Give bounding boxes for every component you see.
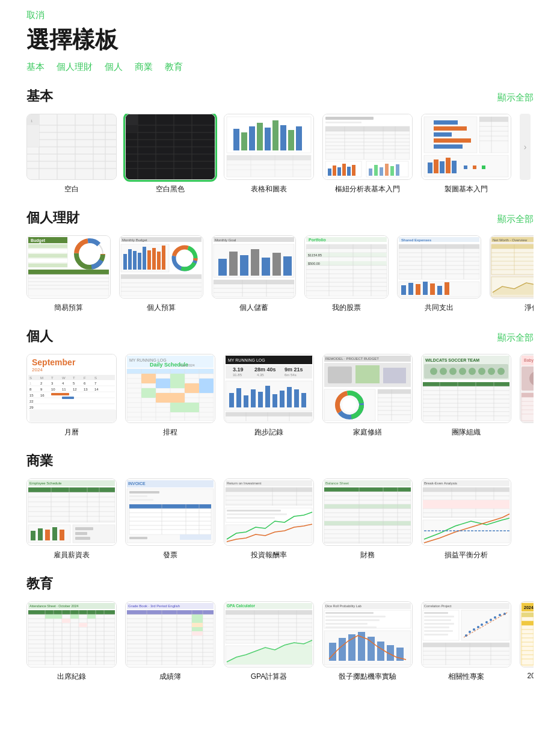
template-home-improvement[interactable]: REMODEL · PROJECT BUDGET — [322, 354, 413, 438]
basic-show-all-button[interactable]: 顯示全部 — [497, 92, 534, 104]
template-correlation[interactable]: Correlation Project — [421, 601, 511, 682]
svg-rect-387 — [522, 393, 534, 397]
template-simple-budget[interactable]: Budget — [26, 235, 111, 313]
svg-point-337 — [342, 398, 357, 412]
svg-rect-35 — [241, 132, 247, 150]
personal-finance-section: 個人理財 顯示全部 Budget — [0, 209, 560, 313]
cancel-button[interactable]: 取消 — [26, 10, 45, 21]
svg-rect-455 — [227, 510, 281, 512]
svg-point-355 — [469, 368, 476, 375]
svg-rect-442 — [129, 537, 147, 539]
svg-rect-602 — [424, 626, 449, 628]
svg-rect-338 — [378, 389, 411, 421]
template-chart-basics[interactable]: 製圖基本入門 — [421, 114, 511, 194]
nav-education[interactable]: 教育 — [165, 61, 183, 73]
template-gpa[interactable]: GPA Calculator — [224, 601, 314, 682]
personal-finance-show-all-button[interactable]: 顯示全部 — [497, 214, 534, 225]
template-label-grade-book: 成績簿 — [159, 672, 181, 682]
template-personal-savings[interactable]: Monthly Goal — [212, 235, 296, 313]
template-label-blank-black: 空白黑色 — [156, 184, 185, 194]
category-nav: 基本 個人理財 個人 商業 教育 — [26, 61, 534, 73]
svg-rect-313 — [258, 392, 263, 407]
template-team-org[interactable]: WILDCATS SOCCER TEAM — [421, 354, 511, 438]
template-shared-expenses[interactable]: Shared Expenses — [397, 235, 481, 313]
template-label-simple-budget: 簡易預算 — [54, 303, 83, 313]
template-school-year[interactable]: 2024-2025 School Year — [520, 601, 534, 682]
template-net-worth[interactable]: Net Worth - Overview — [490, 235, 534, 313]
template-running-log[interactable]: MY RUNNING LOG 3.19 28m 40s 9m 21s 31.85… — [224, 354, 314, 438]
svg-rect-210 — [430, 283, 435, 295]
svg-rect-208 — [416, 284, 420, 295]
template-pivot[interactable]: 樞紐分析表基本入門 — [322, 114, 413, 194]
template-break-even[interactable]: Break-Even Analysis — [421, 478, 511, 560]
template-thumb-employee-payroll: Employee Schedule — [26, 478, 117, 546]
template-thumb-finance: Balance Sheet — [322, 478, 413, 546]
template-blank-black[interactable]: 空白黑色 — [125, 114, 215, 194]
svg-text:Correlation Project: Correlation Project — [424, 604, 452, 608]
svg-rect-290 — [141, 374, 156, 383]
svg-rect-137 — [157, 252, 161, 270]
basic-template-grid: 1 空白 — [26, 114, 534, 194]
svg-rect-30 — [126, 114, 138, 125]
template-employee-payroll[interactable]: Employee Schedule — [26, 478, 117, 560]
template-my-stocks[interactable]: Portfolio $1154.85 $500.00 — [304, 235, 389, 313]
template-label-employee-payroll: 雇員薪資表 — [54, 550, 90, 560]
template-thumb-blank-white: 1 — [26, 114, 117, 180]
template-schedule[interactable]: MY RUNNING LOG Daily Schedule Fall 2024 — [125, 354, 215, 438]
nav-personal[interactable]: 個人 — [105, 61, 123, 73]
svg-text:$1154.85: $1154.85 — [308, 253, 322, 257]
personal-finance-template-grid: Budget — [26, 235, 534, 313]
svg-rect-618 — [423, 643, 509, 647]
template-calendar[interactable]: September 2024 S M T W T F S — [26, 354, 117, 438]
template-grade-book[interactable]: Grade Book · 3rd Period English — [125, 601, 215, 682]
template-thumb-team-org: WILDCATS SOCCER TEAM — [421, 354, 511, 423]
nav-basic[interactable]: 基本 — [26, 61, 45, 73]
svg-rect-194 — [399, 244, 479, 249]
nav-business[interactable]: 商業 — [135, 61, 153, 73]
svg-rect-447 — [226, 487, 312, 492]
svg-rect-428 — [129, 495, 147, 497]
svg-text:Grade Book · 3rd Period Englis: Grade Book · 3rd Period English — [128, 604, 180, 608]
personal-show-all-button[interactable]: 顯示全部 — [497, 332, 534, 344]
template-tables-charts[interactable]: 表格和圖表 — [224, 114, 314, 194]
svg-rect-562 — [226, 610, 312, 643]
template-dice-probability[interactable]: Dice Roll Probability Lab — [322, 601, 413, 682]
template-personal-budget[interactable]: Monthly Budget — [119, 235, 203, 313]
svg-text:T: T — [73, 376, 75, 380]
svg-rect-497 — [423, 500, 509, 504]
svg-rect-598 — [424, 612, 448, 614]
svg-rect-580 — [325, 612, 374, 614]
template-blank-white[interactable]: 1 空白 — [26, 114, 117, 194]
template-baby-record[interactable]: Baby's First Year — [520, 354, 534, 438]
template-label-invoice: 發票 — [163, 550, 177, 560]
svg-rect-294 — [199, 379, 214, 393]
template-attendance[interactable]: Attendance Sheet · October 2024 — [26, 601, 117, 682]
svg-rect-603 — [424, 630, 453, 632]
education-section: 教育 Attendance Sheet · October 2024 — [0, 575, 560, 682]
template-thumb-simple-budget: Budget — [26, 235, 111, 298]
svg-text:2024: 2024 — [32, 367, 43, 373]
svg-rect-331 — [383, 368, 406, 383]
svg-rect-162 — [214, 280, 294, 284]
education-section-header: 教育 — [26, 575, 534, 593]
template-thumb-blank-black — [125, 114, 215, 180]
svg-rect-556 — [192, 623, 203, 627]
template-invoice[interactable]: INVOICE — [125, 478, 215, 560]
template-roi[interactable]: Return on Investment — [224, 478, 314, 560]
svg-rect-468 — [324, 504, 411, 509]
svg-rect-473 — [324, 521, 411, 525]
svg-rect-42 — [296, 126, 302, 150]
svg-text:Monthly Goal: Monthly Goal — [215, 238, 236, 242]
svg-text:3.19: 3.19 — [233, 366, 244, 373]
template-thumb-grade-book: Grade Book · 3rd Period English — [125, 601, 215, 667]
template-thumb-break-even: Break-Even Analysis — [421, 478, 511, 546]
nav-personal-finance[interactable]: 個人理財 — [57, 61, 93, 73]
svg-rect-416 — [45, 530, 50, 540]
svg-rect-136 — [152, 248, 156, 270]
svg-rect-583 — [325, 623, 368, 625]
template-finance[interactable]: Balance Sheet — [322, 478, 413, 560]
svg-rect-15 — [27, 132, 39, 140]
template-thumb-net-worth: Net Worth - Overview — [490, 235, 534, 298]
svg-rect-457 — [227, 517, 275, 519]
svg-rect-55 — [325, 126, 410, 131]
